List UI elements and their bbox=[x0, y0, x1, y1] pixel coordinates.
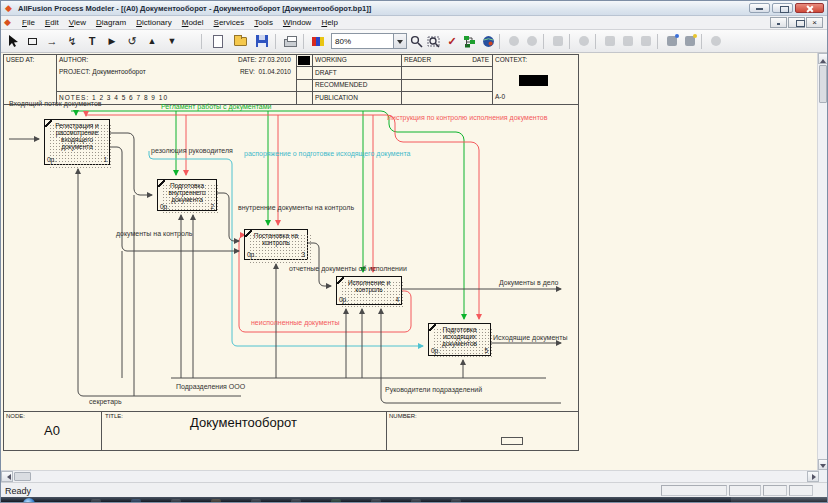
disabled-tool-6-icon bbox=[637, 32, 655, 50]
label-secretary[interactable]: секретарь bbox=[89, 398, 122, 405]
status-panel-4 bbox=[789, 485, 813, 496]
taskbar-tray[interactable] bbox=[731, 497, 827, 503]
child-minimize-button[interactable] bbox=[770, 17, 787, 28]
label-unexecuted-docs[interactable]: неисполненные документы bbox=[251, 319, 340, 326]
activity-number: 5 bbox=[484, 347, 488, 354]
app-window: ◆ AllFusion Process Modeler - [(A0) Доку… bbox=[0, 0, 828, 503]
activity-box-4[interactable]: Исполнение и контроль 0р.4 bbox=[336, 276, 402, 305]
menu-bar: ◆ File Edit View Diagram Dictionary Mode… bbox=[1, 16, 827, 30]
menu-dictionary[interactable]: Dictionary bbox=[131, 16, 177, 29]
label-report-docs[interactable]: отчетные документы об исполнении bbox=[289, 265, 407, 272]
open-file-icon[interactable] bbox=[231, 32, 249, 50]
down-tool-icon[interactable]: ▼ bbox=[163, 32, 181, 50]
udp-icon[interactable] bbox=[681, 32, 699, 50]
child-close-button[interactable]: × bbox=[806, 17, 823, 28]
save-file-icon[interactable] bbox=[253, 32, 271, 50]
color-palette-icon[interactable] bbox=[309, 32, 327, 50]
zoom-combobox[interactable]: 80% bbox=[331, 33, 407, 49]
label-docs-to-control[interactable]: документы на контроль bbox=[116, 230, 192, 237]
status-panel-3 bbox=[763, 485, 787, 496]
activity-number: 3 bbox=[301, 251, 305, 258]
child-restore-button[interactable] bbox=[788, 17, 805, 28]
status-text: Ready bbox=[5, 486, 31, 496]
app-icon: ◆ bbox=[5, 4, 14, 13]
activity-title: Регистрация и рассмотрение входящего док… bbox=[45, 120, 109, 156]
arrow-tool-icon[interactable]: → bbox=[43, 32, 61, 50]
activity-number: 2 bbox=[210, 203, 214, 210]
status-panel-1 bbox=[661, 485, 727, 496]
activity-number: 1 bbox=[103, 156, 107, 163]
label-reglament[interactable]: Регламент работы с документами bbox=[161, 103, 271, 110]
activity-title: Подготовка внутреннего документа bbox=[158, 180, 216, 203]
text-tool-icon[interactable]: T bbox=[83, 32, 101, 50]
diagram-tool-icon[interactable]: ▶ bbox=[103, 32, 121, 50]
label-internal-docs[interactable]: внутренние документы на контроль bbox=[238, 204, 354, 211]
activity-number: 4 bbox=[395, 296, 399, 303]
zoom-area-icon[interactable] bbox=[425, 32, 443, 50]
diagram-canvas[interactable]: USED AT: AUTHOR: DATE: 27.03.2010 PROJEC… bbox=[1, 53, 819, 470]
label-docs-to-file[interactable]: Документы в дело bbox=[499, 279, 559, 286]
pointer-tool-icon[interactable] bbox=[3, 32, 21, 50]
squiggle-tool-icon[interactable]: ↯ bbox=[63, 32, 81, 50]
activity-box-5[interactable]: Подготовка исходящих документов 0р.5 bbox=[428, 323, 491, 356]
label-order-outgoing[interactable]: распоряжение о подготовке исходящего док… bbox=[244, 150, 410, 157]
model-explorer-icon[interactable] bbox=[461, 32, 479, 50]
menu-window[interactable]: Window bbox=[278, 16, 316, 29]
activity-box-2[interactable]: Подготовка внутреннего документа 0р.2 bbox=[157, 179, 217, 211]
disabled-tool-7-icon bbox=[707, 32, 725, 50]
label-instruction[interactable]: Инструкция по контролю исполнения докуме… bbox=[387, 114, 547, 121]
horizontal-scroll-thumb[interactable] bbox=[14, 472, 31, 481]
disabled-tool-1-icon bbox=[505, 32, 523, 50]
arrow-instruction-to-box5[interactable] bbox=[86, 115, 479, 319]
label-outgoing-docs[interactable]: Исходящие документы bbox=[493, 334, 567, 341]
minimize-button[interactable] bbox=[749, 3, 770, 13]
up-tool-icon[interactable]: ▲ bbox=[143, 32, 161, 50]
disabled-tool-5-icon bbox=[619, 32, 637, 50]
disabled-tool-3-icon bbox=[575, 32, 593, 50]
activity-cost: 0р. bbox=[339, 296, 348, 303]
activity-box-3[interactable]: Постановка на контроль 0р.3 bbox=[244, 229, 308, 260]
horizontal-scrollbar[interactable] bbox=[1, 470, 819, 482]
menu-edit[interactable]: Edit bbox=[40, 16, 64, 29]
disabled-tool-2-icon bbox=[523, 32, 541, 50]
menu-tools[interactable]: Tools bbox=[249, 16, 278, 29]
label-departments[interactable]: Подразделения ООО bbox=[176, 383, 245, 390]
label-resolution[interactable]: резолюция руководителя bbox=[151, 147, 233, 154]
activity-cost: 0р. bbox=[160, 203, 169, 210]
scroll-up-icon[interactable] bbox=[818, 53, 828, 64]
arrow-internal-docs-to-control[interactable] bbox=[217, 193, 239, 241]
menu-help[interactable]: Help bbox=[316, 16, 342, 29]
rotate-tool-icon[interactable]: ↺ bbox=[123, 32, 141, 50]
new-file-icon[interactable] bbox=[209, 32, 227, 50]
zoom-dropdown-icon[interactable] bbox=[393, 34, 406, 48]
title-bar[interactable]: ◆ AllFusion Process Modeler - [(A0) Доку… bbox=[1, 1, 827, 16]
activity-title: Подготовка исходящих документов bbox=[429, 324, 490, 347]
restore-button[interactable] bbox=[772, 3, 793, 13]
start-orb-icon[interactable] bbox=[23, 498, 35, 503]
activity-box-1[interactable]: Регистрация и рассмотрение входящего док… bbox=[44, 119, 110, 165]
activity-cost-icon[interactable] bbox=[663, 32, 681, 50]
spell-check-icon[interactable]: ✓ bbox=[443, 32, 461, 50]
menu-file[interactable]: File bbox=[17, 16, 40, 29]
close-button[interactable] bbox=[795, 3, 824, 13]
activity-title: Постановка на контроль bbox=[245, 230, 307, 251]
zoom-value: 80% bbox=[332, 34, 393, 48]
disabled-tool-4-icon bbox=[601, 32, 619, 50]
label-managers[interactable]: Руководители подразделений bbox=[385, 386, 482, 393]
vertical-scroll-thumb[interactable] bbox=[819, 65, 827, 103]
scroll-down-icon[interactable] bbox=[818, 459, 828, 470]
activity-box-tool-icon[interactable] bbox=[23, 32, 41, 50]
document-icon: ◆ bbox=[4, 18, 13, 27]
menu-view[interactable]: View bbox=[64, 16, 91, 29]
arrow-resolution-to-box2[interactable] bbox=[110, 133, 152, 195]
windows-taskbar[interactable] bbox=[1, 497, 827, 503]
menu-diagram[interactable]: Diagram bbox=[91, 16, 131, 29]
print-icon[interactable] bbox=[281, 32, 299, 50]
label-incoming-flow[interactable]: Входящий поток документов bbox=[9, 100, 102, 107]
globe-icon[interactable] bbox=[479, 32, 497, 50]
zoom-in-icon[interactable] bbox=[407, 32, 425, 50]
menu-services[interactable]: Services bbox=[209, 16, 250, 29]
menu-model[interactable]: Model bbox=[177, 16, 209, 29]
scroll-right-icon[interactable] bbox=[807, 471, 819, 482]
scroll-left-icon[interactable] bbox=[1, 471, 13, 482]
